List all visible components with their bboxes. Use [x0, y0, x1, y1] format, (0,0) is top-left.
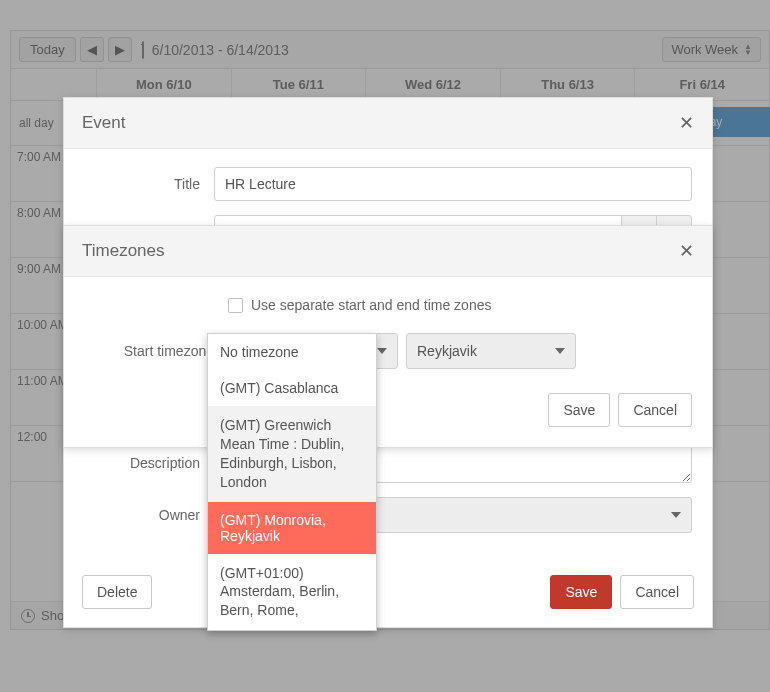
description-label: Description	[84, 455, 214, 471]
tz-save-button[interactable]: Save	[548, 393, 610, 427]
chevron-down-icon	[671, 512, 681, 518]
cancel-button[interactable]: Cancel	[620, 575, 694, 609]
timezone-city-value: Reykjavik	[417, 343, 477, 359]
save-button[interactable]: Save	[550, 575, 612, 609]
timezone-option[interactable]: (GMT) Casablanca	[208, 370, 376, 406]
timezone-option[interactable]: (GMT+01:00) Amsterdam, Berlin, Bern, Rom…	[208, 554, 376, 631]
event-modal-header: Event ✕	[64, 98, 712, 149]
timezones-modal-title: Timezones	[82, 241, 165, 261]
title-label: Title	[84, 176, 214, 192]
timezone-city-select[interactable]: Reykjavik	[406, 333, 576, 369]
timezones-modal-header: Timezones ✕	[64, 226, 712, 277]
timezone-option-selected[interactable]: (GMT) Monrovia, Reykjavik	[208, 502, 376, 554]
timezone-option[interactable]: (GMT) Greenwich Mean Time : Dublin, Edin…	[208, 406, 376, 502]
owner-label: Owner	[84, 507, 214, 523]
timezone-dropdown-list: No timezone (GMT) Casablanca (GMT) Green…	[207, 333, 377, 631]
event-modal-title: Event	[82, 113, 125, 133]
timezones-modal: Timezones ✕ Use separate start and end t…	[63, 225, 713, 448]
tz-cancel-button[interactable]: Cancel	[618, 393, 692, 427]
title-input[interactable]	[214, 167, 692, 201]
chevron-down-icon	[377, 348, 387, 354]
chevron-down-icon	[555, 348, 565, 354]
timezone-option[interactable]: No timezone	[208, 334, 376, 370]
close-icon[interactable]: ✕	[679, 112, 694, 134]
separate-timezones-checkbox[interactable]	[228, 298, 243, 313]
separate-timezones-label: Use separate start and end time zones	[251, 297, 491, 313]
delete-button[interactable]: Delete	[82, 575, 152, 609]
close-icon[interactable]: ✕	[679, 240, 694, 262]
